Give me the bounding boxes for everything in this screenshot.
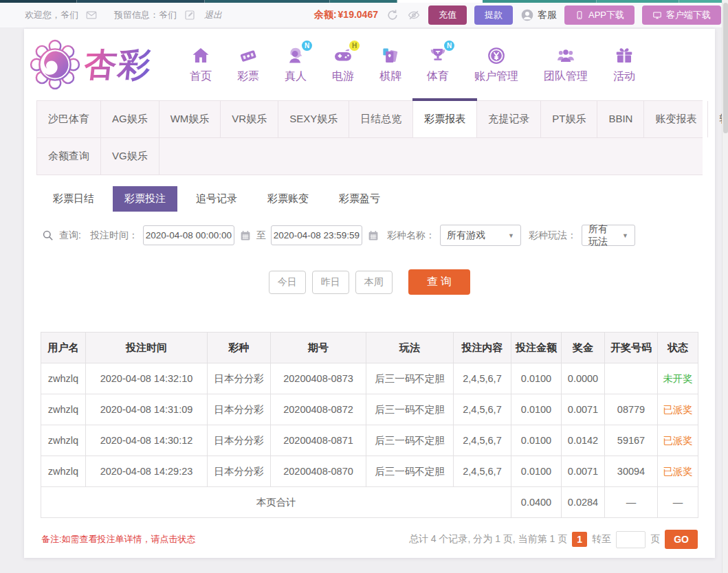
cell-content: 2,4,5,6,7 [454,394,511,425]
nav-item-活动[interactable]: 活动 [613,45,635,84]
tab-BBIN[interactable]: BBIN [597,101,644,137]
cell-content: 2,4,5,6,7 [454,456,511,487]
customer-service-link[interactable]: 客服 [520,8,557,22]
status-cell[interactable]: 已派奖 [658,394,698,425]
subtab-追号记录[interactable]: 追号记录 [184,186,249,212]
cell-prize: 0.0071 [562,394,605,425]
logout-link[interactable]: 退出 [204,9,222,21]
nav-item-label: 首页 [190,69,212,84]
nav-item-真人[interactable]: N真人 [285,45,307,84]
lottery-select[interactable]: 所有游戏 ▼ [440,225,521,246]
nav-item-label: 账户管理 [474,69,518,84]
go-button[interactable]: GO [665,530,698,549]
nav-item-团队管理[interactable]: 团队管理 [544,45,588,84]
col-header-投注时间: 投注时间 [86,333,208,363]
subtab-彩票日结[interactable]: 彩票日结 [41,186,106,212]
balance-label: 余额: [314,9,337,20]
nav-item-首页[interactable]: 首页 [190,45,212,84]
goto-label: 转至 [592,533,611,546]
cell-amount: 0.0100 [511,456,562,487]
cell-user: zwhzlq [41,425,86,456]
tab-WM娱乐[interactable]: WM娱乐 [159,101,221,137]
nav-item-棋牌[interactable]: 棋牌 [379,45,401,84]
cell-issue: 20200408-0872 [271,394,366,425]
tab-VR娱乐[interactable]: VR娱乐 [221,101,278,137]
balance-value: ¥19.0467 [338,9,378,20]
subtab-彩票投注[interactable]: 彩票投注 [113,186,177,212]
tab-彩票报表[interactable]: 彩票报表 [413,101,477,137]
play-select[interactable]: 所有玩法 ▼ [582,225,635,246]
cell-draw: 08779 [605,394,658,425]
goto-page-input[interactable] [616,531,646,548]
nav-item-label: 彩票 [237,69,259,84]
total-label: 本页合计 [41,487,511,518]
app-download-button[interactable]: APP下载 [564,5,635,25]
eye-off-icon[interactable] [407,8,421,22]
top-strip-segment [77,0,205,3]
scrollbar[interactable] [722,0,728,573]
table-body: zwhzlq2020-04-08 14:32:10日本分分彩20200408-0… [41,363,698,518]
total-draw: — [605,487,658,518]
tab-日结总览[interactable]: 日结总览 [349,101,413,137]
refresh-icon[interactable] [386,8,399,22]
tab-沙巴体育[interactable]: 沙巴体育 [36,101,101,137]
status-cell[interactable]: 未开奖 [658,363,698,394]
top-strip-segment [330,0,397,3]
cell-amount: 0.0100 [511,394,562,425]
app-download-label: APP下载 [588,9,624,21]
current-page-button[interactable]: 1 [572,532,587,547]
coin-yuan-icon [486,45,507,66]
cell-prize: 0.0142 [562,425,605,456]
status-cell[interactable]: 已派奖 [658,425,698,456]
col-header-奖金: 奖金 [562,333,605,363]
service-avatar-icon [520,8,534,22]
search-button[interactable]: 查 询 [408,269,470,295]
cell-prize: 0.0071 [562,456,605,487]
cell-time: 2020-04-08 14:30:12 [86,425,208,456]
chevron-down-icon: ▼ [508,232,514,239]
withdraw-button[interactable]: 提款 [474,5,513,25]
this-week-button[interactable]: 本周 [355,271,393,294]
start-time-input[interactable] [143,225,234,245]
cell-time: 2020-04-08 14:29:23 [86,456,208,487]
page-unit-label: 页 [650,533,660,546]
cell-time: 2020-04-08 14:31:09 [86,394,208,425]
nav-item-彩票[interactable]: 彩票 [237,45,259,84]
cell-amount: 0.0100 [511,363,562,394]
end-time-input[interactable] [271,225,362,245]
client-download-label: 客户端下载 [666,9,711,21]
deposit-button[interactable]: 充值 [428,5,467,25]
phone-icon [575,10,584,20]
ticket-icon [238,45,258,66]
table-row: zwhzlq2020-04-08 14:32:10日本分分彩20200408-0… [41,363,698,394]
calendar-icon[interactable] [239,229,252,242]
tab-余额查询[interactable]: 余额查询 [36,138,101,175]
tab-PT娱乐[interactable]: PT娱乐 [541,101,597,137]
site-logo[interactable]: 杏彩 [30,39,170,90]
cell-user: zwhzlq [41,363,86,394]
subtab-彩票盈亏[interactable]: 彩票盈亏 [327,186,392,212]
yesterday-button[interactable]: 昨日 [312,271,349,294]
tab-VG娱乐[interactable]: VG娱乐 [101,138,159,175]
status-cell[interactable]: 已派奖 [658,456,698,487]
tab-充提记录[interactable]: 充提记录 [477,101,541,137]
nav-item-体育[interactable]: N体育 [427,45,449,84]
cell-user: zwhzlq [41,394,86,425]
scrollbar-thumb[interactable] [723,3,728,133]
mail-icon[interactable] [85,9,98,21]
query-label: 查询: [59,229,81,242]
today-button[interactable]: 今日 [269,271,306,294]
nav-item-电游[interactable]: H电游 [332,45,354,84]
tab-账变报表[interactable]: 账变报表 [644,101,708,137]
tab-AG娱乐[interactable]: AG娱乐 [101,101,159,137]
client-download-button[interactable]: 客户端下载 [642,5,721,25]
top-strip-segment [0,0,77,3]
tab-SEXY娱乐[interactable]: SEXY娱乐 [278,101,349,137]
report-tabs: 沙巴体育AG娱乐WM娱乐VR娱乐SEXY娱乐日结总览彩票报表充提记录PT娱乐BB… [36,100,703,175]
calendar-icon[interactable] [367,229,379,242]
edit-icon[interactable] [184,9,196,21]
nav-item-label: 真人 [285,69,307,84]
search-icon [41,229,54,242]
subtab-彩票账变[interactable]: 彩票账变 [256,186,320,212]
nav-item-账户管理[interactable]: 账户管理 [474,45,518,84]
